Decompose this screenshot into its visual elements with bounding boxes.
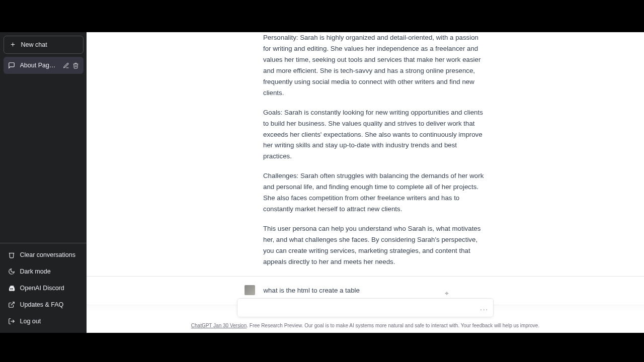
persona-p1: Personality: Sarah is highly organized a…: [263, 32, 486, 99]
clear-conversations-button[interactable]: Clear conversations: [4, 247, 84, 263]
moon-icon: [8, 268, 15, 275]
main-content: Personality: Sarah is highly organized a…: [87, 32, 644, 333]
updates-label: Updates & FAQ: [20, 301, 64, 308]
dark-mode-button[interactable]: Dark mode: [4, 263, 84, 280]
new-chat-button[interactable]: New chat: [4, 36, 84, 54]
persona-p3: Challenges: Sarah often struggles with b…: [263, 170, 486, 215]
sidebar: New chat About Page for Dentis Clear con…: [0, 32, 87, 333]
footer-note: ChatGPT Jan 30 Version. Free Research Pr…: [87, 323, 644, 328]
discord-label: OpenAI Discord: [20, 285, 64, 292]
assistant-text: Personality: Sarah is highly organized a…: [263, 32, 486, 267]
svg-line-2: [11, 302, 14, 305]
logout-label: Log out: [20, 318, 41, 325]
edit-icon[interactable]: [63, 62, 69, 69]
trash-icon[interactable]: [72, 62, 79, 69]
letterbox-top: [0, 0, 644, 32]
updates-button[interactable]: Updates & FAQ: [4, 297, 84, 313]
discord-icon: [8, 285, 15, 292]
input-area: ··· ChatGPT Jan 30 Version. Free Researc…: [87, 298, 644, 333]
conversation-title: About Page for Dentis: [20, 62, 58, 69]
conversation-item[interactable]: About Page for Dentis: [4, 57, 84, 74]
external-link-icon: [8, 301, 15, 308]
send-icon[interactable]: ···: [480, 304, 489, 313]
conversation-list: About Page for Dentis: [0, 57, 87, 74]
persona-p2: Goals: Sarah is constantly looking for n…: [263, 107, 486, 162]
chat-icon: [8, 62, 15, 69]
clear-conversations-label: Clear conversations: [20, 251, 75, 258]
dark-mode-label: Dark mode: [20, 268, 51, 275]
letterbox-bottom: [0, 333, 644, 362]
logout-icon: [8, 318, 15, 325]
discord-button[interactable]: OpenAI Discord: [4, 280, 84, 297]
app-frame: New chat About Page for Dentis Clear con…: [0, 32, 644, 333]
sidebar-footer: Clear conversations Dark mode OpenAI Dis…: [0, 243, 87, 333]
chat-scroll[interactable]: Personality: Sarah is highly organized a…: [87, 32, 644, 333]
user-text: what is the html to create a table: [264, 285, 487, 296]
logout-button[interactable]: Log out: [4, 313, 84, 330]
version-link[interactable]: ChatGPT Jan 30 Version: [191, 323, 247, 328]
trash-icon: [8, 251, 15, 258]
message-input[interactable]: [237, 298, 494, 317]
persona-p4: This user persona can help you understan…: [263, 223, 486, 267]
plus-icon: [10, 41, 16, 48]
sidebar-top: New chat: [0, 32, 87, 57]
assistant-message: Personality: Sarah is highly organized a…: [87, 32, 644, 277]
new-chat-label: New chat: [21, 41, 47, 48]
footer-text: . Free Research Preview. Our goal is to …: [247, 323, 539, 328]
user-avatar: [245, 285, 255, 296]
